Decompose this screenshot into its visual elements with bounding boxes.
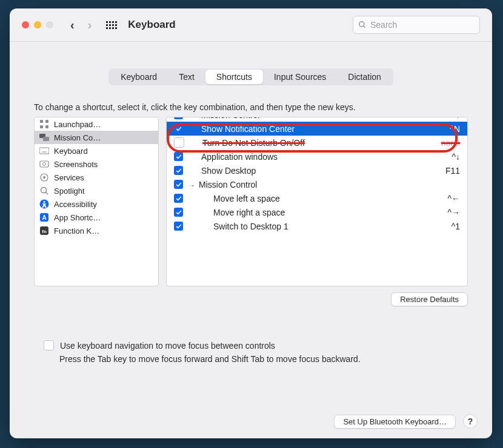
window-title: Keyboard <box>128 19 175 31</box>
screenshots-icon <box>39 159 49 169</box>
search-field[interactable]: Search <box>353 16 480 34</box>
setup-bluetooth-keyboard-button[interactable]: Set Up Bluetooth Keyboard… <box>334 415 456 429</box>
sidebar-item-services[interactable]: Services <box>35 171 158 184</box>
sidebar-item-launchpad[interactable]: Launchpad… <box>35 117 158 131</box>
shortcut-checkbox[interactable] <box>174 180 183 189</box>
forward-button[interactable]: › <box>88 18 92 32</box>
shortcut-label: Show Desktop <box>201 166 445 176</box>
shortcut-row[interactable]: Mission Control^↑ <box>167 117 467 122</box>
close-window-button[interactable] <box>22 21 29 28</box>
show-all-icon[interactable] <box>106 21 117 29</box>
window-controls <box>22 21 53 28</box>
shortcut-row[interactable]: Move right a space^→ <box>167 205 467 219</box>
sidebar-item-label: Services <box>54 173 84 182</box>
keyboard-navigation-help: Press the Tab key to move focus forward … <box>59 354 492 364</box>
shortcut-key[interactable]: ^↑ <box>451 117 460 120</box>
mission-icon <box>39 133 49 142</box>
shortcut-checkbox[interactable] <box>174 124 183 133</box>
svg-point-11 <box>43 163 46 166</box>
svg-text:fn: fn <box>42 229 47 234</box>
tab-bar: KeyboardTextShortcutsInput SourcesDictat… <box>10 68 492 85</box>
shortcut-row[interactable]: ⌄Mission Control <box>167 177 467 191</box>
keyboard-navigation-checkbox[interactable] <box>44 340 54 351</box>
svg-rect-7 <box>43 137 49 141</box>
svg-point-17 <box>44 201 45 203</box>
tab-keyboard[interactable]: Keyboard <box>110 70 168 84</box>
shortcut-label: Application windows <box>201 152 451 162</box>
sidebar-item-label: Accessibility <box>54 200 97 209</box>
spotlight-icon <box>39 186 49 196</box>
sidebar-item-label: Launchpad… <box>54 120 101 129</box>
sidebar-item-mission[interactable]: Mission Co… <box>35 131 158 144</box>
search-icon <box>358 21 367 29</box>
tab-shortcuts[interactable]: Shortcuts <box>205 70 263 84</box>
svg-rect-10 <box>40 161 48 167</box>
nav-arrows: ‹ › <box>70 18 92 32</box>
svg-text:A: A <box>42 214 46 221</box>
tab-dictation[interactable]: Dictation <box>337 70 391 84</box>
shortcut-key[interactable]: ^N <box>450 124 460 134</box>
sidebar-item-label: App Shortc… <box>54 213 101 222</box>
shortcut-checkbox[interactable] <box>174 208 183 217</box>
tab-text[interactable]: Text <box>168 70 205 84</box>
shortcut-label: Move left a space <box>213 194 447 203</box>
launchpad-icon <box>39 119 49 129</box>
shortcut-row[interactable]: Turn Do Not Disturb On/Offnone <box>167 136 467 150</box>
shortcut-checkbox[interactable] <box>174 117 183 119</box>
shortcut-key[interactable]: ^1 <box>451 222 460 231</box>
sidebar-item-label: Spotlight <box>54 186 85 196</box>
shortcut-label: Mission Control <box>199 180 460 189</box>
titlebar: ‹ › Keyboard Search <box>10 8 492 42</box>
restore-defaults-button[interactable]: Restore Defaults <box>391 292 468 306</box>
shortcut-row[interactable]: Application windows^↓ <box>167 150 467 163</box>
sidebar-item-label: Screenshots <box>54 160 98 169</box>
sidebar-item-screenshots[interactable]: Screenshots <box>35 157 158 171</box>
help-button[interactable]: ? <box>463 414 478 429</box>
shortcut-row[interactable]: Move left a space^← <box>167 191 467 205</box>
shortcut-label: Mission Control <box>201 117 451 120</box>
minimize-window-button[interactable] <box>34 21 41 28</box>
svg-rect-8 <box>39 148 49 154</box>
shortcut-checkbox[interactable] <box>174 222 183 231</box>
disclosure-triangle-icon[interactable]: ⌄ <box>189 181 196 188</box>
shortcut-label: Switch to Desktop 1 <box>213 222 451 231</box>
tab-input-sources[interactable]: Input Sources <box>263 70 337 84</box>
shortcut-checkbox[interactable] <box>174 137 184 148</box>
shortcut-key[interactable]: none <box>441 138 460 148</box>
svg-point-13 <box>43 176 45 179</box>
instruction-text: To change a shortcut, select it, click t… <box>34 102 468 112</box>
sidebar-item-functionkeys[interactable]: fnFunction K… <box>35 224 158 237</box>
svg-point-0 <box>359 22 364 27</box>
svg-rect-3 <box>45 120 48 123</box>
sidebar-item-label: Function K… <box>54 226 99 236</box>
sidebar-item-keyboard[interactable]: Keyboard <box>35 144 158 157</box>
shortcut-key[interactable]: ^← <box>447 194 460 203</box>
shortcut-row[interactable]: Switch to Desktop 1^1 <box>167 219 467 233</box>
shortcut-list[interactable]: Mission Control^↑Show Notification Cente… <box>166 117 468 286</box>
sidebar-item-label: Keyboard <box>54 147 88 156</box>
svg-point-14 <box>41 188 47 193</box>
shortcut-key[interactable]: ^↓ <box>451 152 460 162</box>
sidebar-item-spotlight[interactable]: Spotlight <box>35 184 158 197</box>
shortcut-key[interactable]: ^→ <box>447 208 460 217</box>
category-sidebar[interactable]: Launchpad…Mission Co…KeyboardScreenshots… <box>34 117 159 286</box>
svg-line-15 <box>46 193 48 195</box>
shortcut-checkbox[interactable] <box>174 166 183 175</box>
shortcut-row[interactable]: Show DesktopF11 <box>167 163 467 177</box>
keyboard-icon <box>39 146 49 156</box>
back-button[interactable]: ‹ <box>70 18 75 32</box>
zoom-window-button[interactable] <box>46 21 53 28</box>
shortcut-label: Move right a space <box>213 208 447 217</box>
shortcut-checkbox[interactable] <box>174 152 183 161</box>
svg-rect-4 <box>40 125 43 128</box>
keyboard-navigation-checkbox-row: Use keyboard navigation to move focus be… <box>44 340 492 351</box>
search-placeholder: Search <box>370 20 397 30</box>
sidebar-item-accessibility[interactable]: Accessibility <box>35 197 158 211</box>
svg-rect-5 <box>45 125 48 128</box>
sidebar-item-appshortcuts[interactable]: AApp Shortc… <box>35 211 158 224</box>
shortcut-row[interactable]: Show Notification Center^N <box>167 122 467 136</box>
sidebar-item-label: Mission Co… <box>54 133 101 142</box>
shortcut-checkbox[interactable] <box>174 194 183 203</box>
shortcut-key[interactable]: F11 <box>445 166 460 176</box>
preferences-window: ‹ › Keyboard Search KeyboardTextShortcut… <box>10 8 492 438</box>
